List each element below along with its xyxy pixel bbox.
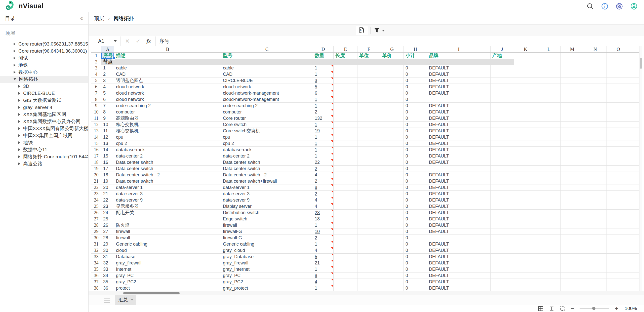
cell-unit[interactable] bbox=[357, 96, 380, 102]
empty-cell[interactable] bbox=[607, 228, 630, 235]
tree-item[interactable]: GIS 大数据量测试 bbox=[0, 97, 88, 104]
cell-origin[interactable] bbox=[491, 241, 514, 247]
row-header-19[interactable]: 19 bbox=[91, 166, 101, 172]
header-cell-H1[interactable]: 小计 bbox=[404, 53, 427, 59]
empty-cell[interactable] bbox=[561, 222, 584, 228]
empty-cell[interactable] bbox=[537, 247, 561, 253]
chevron-right-icon[interactable] bbox=[18, 134, 20, 137]
cell-length[interactable] bbox=[334, 109, 357, 115]
empty-cell[interactable] bbox=[561, 260, 584, 266]
cell-unit[interactable] bbox=[357, 71, 380, 77]
empty-cell[interactable] bbox=[561, 172, 584, 178]
cell-subtotal[interactable]: 0 bbox=[404, 228, 427, 235]
empty-cell[interactable] bbox=[561, 77, 584, 84]
info-icon[interactable] bbox=[601, 2, 609, 10]
empty-cell[interactable] bbox=[561, 191, 584, 197]
cell-desc[interactable]: data-server 3 bbox=[114, 191, 221, 197]
cell-brand[interactable]: DEFAULT bbox=[427, 103, 491, 109]
empty-cell[interactable] bbox=[537, 172, 561, 178]
cell-subtotal[interactable]: 0 bbox=[404, 184, 427, 190]
empty-cell[interactable] bbox=[514, 109, 537, 115]
cell-qty[interactable]: 1 bbox=[313, 222, 334, 228]
row-header-18[interactable]: 18 bbox=[91, 159, 101, 165]
chevron-right-icon[interactable] bbox=[14, 50, 16, 52]
empty-cell[interactable] bbox=[514, 59, 537, 65]
cell-origin[interactable] bbox=[491, 65, 514, 71]
cell-qty[interactable]: 8 bbox=[313, 184, 334, 190]
empty-cell[interactable] bbox=[537, 266, 561, 272]
cell-subtotal[interactable]: 0 bbox=[404, 285, 427, 291]
empty-cell[interactable] bbox=[514, 184, 537, 190]
cell-qty[interactable]: 2 bbox=[313, 235, 334, 241]
cell-qty[interactable]: 132 bbox=[313, 115, 334, 121]
qty-link[interactable]: 2 bbox=[315, 179, 317, 184]
cell-price[interactable] bbox=[380, 178, 404, 184]
empty-cell[interactable] bbox=[537, 115, 561, 121]
cell-seq[interactable]: 33 bbox=[101, 266, 114, 272]
cell-origin[interactable] bbox=[491, 172, 514, 178]
cell-seq[interactable]: 3 bbox=[101, 77, 114, 84]
cell-price[interactable] bbox=[380, 222, 404, 228]
cell-model[interactable]: code-searching 2 bbox=[221, 103, 313, 109]
cell-model[interactable]: Data center switch bbox=[221, 159, 313, 165]
empty-cell[interactable] bbox=[537, 147, 561, 153]
cell-length[interactable] bbox=[334, 159, 357, 165]
row-header-25[interactable]: 25 bbox=[91, 203, 101, 209]
cell-unit[interactable] bbox=[357, 197, 380, 203]
cell-qty[interactable]: 2 bbox=[313, 191, 334, 197]
cell-seq[interactable]: 29 bbox=[101, 241, 114, 247]
header-cell-C1[interactable]: 型号 bbox=[221, 53, 313, 59]
empty-cell[interactable] bbox=[584, 247, 607, 253]
empty-cell[interactable] bbox=[514, 285, 537, 291]
empty-cell[interactable] bbox=[514, 279, 537, 285]
cell-unit[interactable] bbox=[357, 134, 380, 140]
cell-seq[interactable]: 20 bbox=[101, 184, 114, 190]
cell-origin[interactable] bbox=[491, 197, 514, 203]
cell-origin[interactable] bbox=[491, 228, 514, 235]
cell-length[interactable] bbox=[334, 203, 357, 209]
cell-seq[interactable]: 7 bbox=[101, 103, 114, 109]
qty-link[interactable]: 10 bbox=[315, 229, 320, 234]
header-cell-K1[interactable] bbox=[514, 53, 537, 59]
cell-unit[interactable] bbox=[357, 122, 380, 128]
cell-brand[interactable]: DEFAULT bbox=[427, 279, 491, 285]
column-header-O[interactable]: O bbox=[607, 46, 630, 52]
cell-origin[interactable] bbox=[491, 84, 514, 90]
empty-cell[interactable] bbox=[537, 153, 561, 159]
cell-length[interactable] bbox=[334, 178, 357, 184]
chevron-right-icon[interactable] bbox=[18, 148, 20, 151]
empty-cell[interactable] bbox=[607, 122, 630, 128]
cell-origin[interactable] bbox=[491, 191, 514, 197]
cell-subtotal[interactable]: 0 bbox=[404, 147, 427, 153]
cell-qty[interactable]: 18 bbox=[313, 216, 334, 222]
empty-cell[interactable] bbox=[584, 279, 607, 285]
cell-seq[interactable]: 19 bbox=[101, 178, 114, 184]
tree-item[interactable]: 3D bbox=[0, 83, 88, 90]
empty-cell[interactable] bbox=[584, 216, 607, 222]
cell-brand[interactable]: DEFAULT bbox=[427, 128, 491, 134]
cell-desc[interactable]: firewall bbox=[114, 228, 221, 235]
empty-cell[interactable] bbox=[514, 216, 537, 222]
column-header-C[interactable]: C bbox=[221, 46, 313, 52]
empty-cell[interactable] bbox=[537, 84, 561, 90]
cell-seq[interactable]: 36 bbox=[101, 285, 114, 291]
empty-cell[interactable] bbox=[514, 197, 537, 203]
cell-desc[interactable]: cloud bbox=[114, 247, 221, 253]
qty-link[interactable]: 1 bbox=[315, 72, 317, 77]
cell-origin[interactable] bbox=[491, 96, 514, 102]
cell-length[interactable] bbox=[334, 128, 357, 134]
cell-model[interactable]: cable bbox=[221, 65, 313, 71]
cell-brand[interactable]: DEFAULT bbox=[427, 90, 491, 96]
cell-origin[interactable] bbox=[491, 90, 514, 96]
empty-cell[interactable] bbox=[584, 65, 607, 71]
cell-origin[interactable] bbox=[491, 260, 514, 266]
cell-desc[interactable]: Generic cabling bbox=[114, 241, 221, 247]
cell-model[interactable]: CAD bbox=[221, 71, 313, 77]
cell-price[interactable] bbox=[380, 172, 404, 178]
group-cell[interactable]: 节点 bbox=[101, 59, 514, 65]
cell-model[interactable]: data-server 1 bbox=[221, 184, 313, 190]
user-icon[interactable] bbox=[630, 2, 638, 10]
cell-seq[interactable]: 8 bbox=[101, 109, 114, 115]
formula-input[interactable]: 序号 bbox=[156, 38, 169, 45]
qty-link[interactable]: 5 bbox=[315, 254, 317, 259]
